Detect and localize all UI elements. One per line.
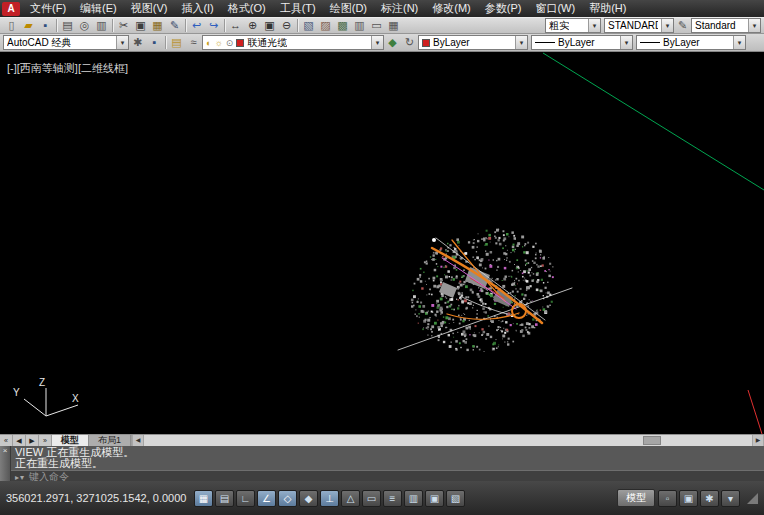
chevron-down-icon[interactable]: ▾ — [661, 19, 673, 32]
chevron-down-icon[interactable]: ▾ — [748, 19, 760, 32]
resize-grip-icon[interactable] — [747, 493, 758, 504]
zoom-realtime-icon[interactable]: ⊕ — [244, 18, 261, 33]
close-icon[interactable]: × — [3, 446, 8, 455]
otrack-toggle[interactable]: ⊥ — [320, 490, 339, 507]
color-dropdown[interactable]: ByLayer ▾ — [418, 35, 528, 50]
selection-cycling-toggle[interactable]: ▧ — [446, 490, 465, 507]
menu-item[interactable]: 帮助(H) — [582, 0, 633, 17]
text-style-dropdown[interactable]: STANDARD ▾ — [604, 18, 674, 33]
grid-toggle[interactable]: ▤ — [215, 490, 234, 507]
polar-toggle[interactable]: ∠ — [257, 490, 276, 507]
status-menu-icon[interactable]: ▾ — [721, 490, 740, 507]
save-workspace-icon[interactable]: ▪ — [146, 35, 163, 50]
tab-nav-button[interactable]: ▶ — [26, 435, 39, 446]
workspace-dropdown[interactable]: AutoCAD 经典 ▾ — [3, 35, 129, 50]
transparency-toggle[interactable]: ▥ — [404, 490, 423, 507]
scrollbar-track[interactable] — [144, 435, 752, 446]
tab-nav-button[interactable]: ◀ — [13, 435, 26, 446]
menu-item[interactable]: 修改(M) — [425, 0, 478, 17]
linetype-dropdown[interactable]: ByLayer ▾ — [531, 35, 633, 50]
layer-properties-icon[interactable]: ▤ — [168, 35, 185, 50]
ortho-toggle[interactable]: ∟ — [236, 490, 255, 507]
lineweight-dropdown[interactable]: ByLayer ▾ — [636, 35, 746, 50]
dyn-toggle[interactable]: ▭ — [362, 490, 381, 507]
menu-item[interactable]: 标注(N) — [374, 0, 425, 17]
sheetset-icon[interactable]: ▥ — [351, 18, 368, 33]
chevron-down-icon[interactable]: ▾ — [733, 36, 745, 49]
autocad-logo-icon[interactable]: A — [2, 2, 20, 16]
zoom-previous-icon[interactable]: ⊖ — [278, 18, 295, 33]
lineweight-toggle[interactable]: ≡ — [383, 490, 402, 507]
model-space-button[interactable]: 模型 — [617, 489, 655, 507]
menu-item[interactable]: 参数(P) — [478, 0, 529, 17]
scroll-left-icon[interactable]: ◀ — [132, 435, 144, 446]
menu-item[interactable]: 编辑(E) — [73, 0, 124, 17]
pan-icon[interactable]: ↔ — [227, 18, 244, 33]
cut-icon[interactable]: ✂ — [115, 18, 132, 33]
layer-visibility-icon[interactable]: ◐ — [206, 38, 211, 48]
plot-icon[interactable]: ▤ — [59, 18, 76, 33]
toolpalettes-icon[interactable]: ▩ — [334, 18, 351, 33]
layer-color-swatch[interactable] — [236, 39, 244, 47]
command-history: VIEW 正在重生成模型。 正在重生成模型。 — [11, 446, 764, 470]
redo-icon[interactable]: ↪ — [205, 18, 222, 33]
open-file-icon[interactable]: ▰ — [20, 18, 37, 33]
publish-icon[interactable]: ▥ — [93, 18, 110, 33]
horizontal-scrollbar[interactable]: ◀ ▶ — [131, 435, 764, 446]
ducs-toggle[interactable]: △ — [341, 490, 360, 507]
tab-nav-button[interactable]: « — [0, 435, 13, 446]
quick-properties-toggle[interactable]: ▣ — [425, 490, 444, 507]
copy-icon[interactable]: ▣ — [132, 18, 149, 33]
plot-preview-icon[interactable]: ◎ — [76, 18, 93, 33]
menu-item[interactable]: 窗口(W) — [528, 0, 582, 17]
scrollbar-thumb[interactable] — [643, 436, 661, 445]
properties-icon[interactable]: ▧ — [300, 18, 317, 33]
command-window: × VIEW 正在重生成模型。 正在重生成模型。 ▸▾ 键入命令 — [0, 446, 764, 481]
layer-freeze-icon[interactable]: ☼ — [214, 38, 222, 48]
markup-icon[interactable]: ▭ — [368, 18, 385, 33]
menu-item[interactable]: 插入(I) — [174, 0, 220, 17]
menu-item[interactable]: 绘图(D) — [323, 0, 374, 17]
quickcalc-icon[interactable]: ▦ — [385, 18, 402, 33]
layout-tab[interactable]: 模型 — [52, 435, 89, 446]
menu-item[interactable]: 视图(V) — [124, 0, 175, 17]
annotation-visibility-icon[interactable]: ▫ — [658, 490, 677, 507]
layout-tab[interactable]: 布局1 — [89, 435, 131, 446]
annotation-autoscale-icon[interactable]: ▣ — [679, 490, 698, 507]
osnap-toggle[interactable]: ◇ — [278, 490, 297, 507]
chevron-down-icon[interactable]: ▾ — [588, 19, 600, 32]
undo-icon[interactable]: ↩ — [188, 18, 205, 33]
command-window-grip[interactable]: × — [0, 446, 11, 481]
dim-style-icon[interactable]: ✎ — [674, 18, 691, 33]
plot-style-dropdown[interactable]: 粗实 ▾ — [545, 18, 601, 33]
layer-dropdown[interactable]: ◐ ☼ ⊙ 联通光缆 ▾ — [202, 35, 384, 50]
designcenter-icon[interactable]: ▨ — [317, 18, 334, 33]
3d-osnap-toggle[interactable]: ◆ — [299, 490, 318, 507]
match-properties-icon[interactable]: ✎ — [166, 18, 183, 33]
menu-item[interactable]: 文件(F) — [23, 0, 73, 17]
svg-text:X: X — [72, 393, 79, 404]
viewport-label[interactable]: [-][西南等轴测][二维线框] — [7, 61, 128, 76]
chevron-down-icon[interactable]: ▾ — [515, 36, 527, 49]
new-file-icon[interactable]: ▯ — [3, 18, 20, 33]
annotation-scale-icon[interactable]: ✱ — [700, 490, 719, 507]
tab-nav-button[interactable]: » — [39, 435, 52, 446]
drawing-viewport[interactable]: ZYX [-][西南等轴测][二维线框] — [0, 52, 764, 434]
make-object-layer-current-icon[interactable]: ◆ — [384, 35, 401, 50]
save-icon[interactable]: ▪ — [37, 18, 54, 33]
workspace-settings-icon[interactable]: ✱ — [129, 35, 146, 50]
dim-style-dropdown[interactable]: Standard ▾ — [691, 18, 761, 33]
chevron-down-icon[interactable]: ▾ — [116, 36, 128, 49]
scroll-right-icon[interactable]: ▶ — [752, 435, 764, 446]
menu: 文件(F)编辑(E)视图(V)插入(I)格式(O)工具(T)绘图(D)标注(N)… — [23, 0, 633, 17]
menu-item[interactable]: 工具(T) — [273, 0, 323, 17]
layer-previous-icon[interactable]: ↻ — [401, 35, 418, 50]
paste-icon[interactable]: ▦ — [149, 18, 166, 33]
zoom-window-icon[interactable]: ▣ — [261, 18, 278, 33]
chevron-down-icon[interactable]: ▾ — [620, 36, 632, 49]
chevron-down-icon[interactable]: ▾ — [371, 36, 383, 49]
layer-lock-icon[interactable]: ⊙ — [226, 38, 234, 48]
layer-states-icon[interactable]: ≈ — [185, 35, 202, 50]
snap-toggle[interactable]: ▦ — [194, 490, 213, 507]
menu-item[interactable]: 格式(O) — [221, 0, 273, 17]
